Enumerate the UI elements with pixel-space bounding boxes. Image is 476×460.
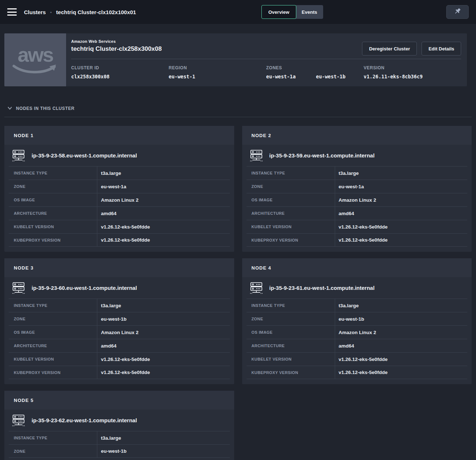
row-value: v1.26.12-eks-5e0fdde: [335, 220, 468, 233]
row-label: OS IMAGE: [9, 326, 97, 339]
table-row: ZONE eu-west-1a: [9, 180, 230, 193]
row-value: t3a.large: [335, 167, 468, 180]
row-label: KUBEPROXY VERSION: [9, 366, 97, 379]
node-card-3: NODE 3 ip-35-: [4, 258, 234, 384]
breadcrumb-separator: •: [50, 9, 52, 15]
table-row: ZONE eu-west-1b: [247, 312, 468, 325]
row-label: KUBEPROXY VERSION: [9, 234, 97, 246]
row-label: ZONE: [9, 180, 97, 193]
node-card-title: NODE 4: [242, 258, 472, 277]
tab-events[interactable]: Events: [296, 5, 324, 19]
table-row: INSTANCE TYPE t3a.large: [247, 166, 468, 180]
row-label: KUBEPROXY VERSION: [247, 366, 335, 379]
row-label: KUBELET VERSION: [247, 353, 335, 366]
node-hostname: ip-35-9-23-61.eu-west-1.compute.internal: [269, 285, 375, 291]
table-row: KUBEPROXY VERSION v1.26.12-eks-5e0fdde: [9, 233, 230, 247]
row-label: ZONE: [9, 312, 97, 325]
nodes-section-title: NODES IN THIS CLUSTER: [16, 106, 74, 111]
empty-grid-cell: [242, 391, 472, 460]
aws-logo-text: aws: [18, 46, 53, 64]
row-value: v1.26.12-eks-5e0fdde: [335, 366, 468, 379]
table-row: OS IMAGE Amazon Linux 2: [247, 325, 468, 339]
node-hostname: ip-35-9-23-59.eu-west-1.compute.internal: [269, 152, 375, 159]
row-label: INSTANCE TYPE: [9, 431, 97, 444]
row-value: t3a.large: [97, 299, 230, 312]
row-label: ZONE: [247, 312, 335, 325]
row-label: KUBEPROXY VERSION: [247, 234, 335, 246]
row-value: v1.26.12-eks-5e0fdde: [97, 366, 230, 379]
node-detail-table: INSTANCE TYPE t3a.large ZONE eu-west-1b …: [9, 299, 230, 379]
row-value: v1.26.12-eks-5e0fdde: [97, 220, 230, 233]
pin-button[interactable]: [446, 5, 469, 19]
field-value: clx258x300x08: [71, 74, 169, 79]
breadcrumb-clusters-link[interactable]: Clusters: [24, 9, 46, 15]
table-row: ZONE eu-west-1b: [9, 312, 230, 325]
field-label: VERSION: [364, 65, 461, 70]
node-detail-table: INSTANCE TYPE t3a.large ZONE eu-west-1a …: [9, 166, 230, 247]
node-card-title: NODE 5: [4, 391, 234, 410]
server-icon: [250, 282, 263, 294]
row-value: eu-west-1a: [97, 180, 230, 193]
zone-value: eu-west-1a: [266, 74, 296, 79]
table-row: KUBELET VERSION v1.26.12-eks-5e0fdde: [9, 352, 230, 366]
cluster-title: techtriq Cluster-clx258x300x08: [71, 45, 162, 53]
row-value: amd64: [335, 339, 468, 352]
cluster-card-main: Amazon Web Services techtriq Cluster-clx…: [66, 33, 467, 86]
table-row: KUBELET VERSION v1.26.12-eks-5e0fdde: [247, 352, 468, 366]
table-row: OS IMAGE Amazon Linux 2: [9, 325, 230, 339]
node-detail-table: INSTANCE TYPE t3a.large ZONE eu-west-1a …: [247, 166, 468, 247]
view-tabs: Overview Events: [261, 5, 323, 19]
node-hostname: ip-35-9-23-60.eu-west-1.compute.internal: [32, 285, 137, 291]
tab-overview[interactable]: Overview: [261, 5, 296, 19]
table-row: KUBEPROXY VERSION v1.26.12-eks-5e0fdde: [247, 233, 468, 247]
node-grid: NODE 1 ip-35-: [4, 126, 472, 460]
row-value: eu-west-1b: [97, 312, 230, 325]
aws-smile-icon: [12, 64, 59, 75]
table-row: ZONE eu-west-1b: [9, 444, 230, 458]
server-icon: [12, 414, 25, 426]
row-label: ARCHITECTURE: [9, 207, 97, 220]
node-card-2: NODE 2 ip-35-: [242, 126, 472, 252]
row-label: INSTANCE TYPE: [247, 299, 335, 312]
row-value: eu-west-1a: [335, 180, 468, 193]
field-value: eu-west-1: [169, 74, 267, 79]
table-row: INSTANCE TYPE t3a.large: [9, 431, 230, 444]
row-value: Amazon Linux 2: [97, 193, 230, 206]
table-row: ARCHITECTURE amd64: [9, 206, 230, 220]
row-label: KUBELET VERSION: [247, 220, 335, 233]
row-value: t3a.large: [97, 431, 230, 444]
aws-logo: aws: [4, 33, 66, 86]
row-value: Amazon Linux 2: [335, 193, 468, 206]
menu-icon[interactable]: [7, 8, 17, 16]
node-card-1: NODE 1 ip-35-: [4, 126, 234, 252]
node-card-title: NODE 2: [242, 126, 472, 145]
row-label: OS IMAGE: [9, 193, 97, 206]
row-value: t3a.large: [97, 167, 230, 180]
node-hostname: ip-35-9-23-62.eu-west-1.compute.internal: [32, 417, 137, 423]
node-detail-table: INSTANCE TYPE t3a.large ZONE eu-west-1b …: [247, 299, 468, 379]
table-row: KUBEPROXY VERSION v1.26.12-eks-5e0fdde: [9, 366, 230, 379]
edit-details-button[interactable]: Edit Details: [422, 42, 461, 56]
pushpin-icon: [453, 7, 462, 17]
row-value: amd64: [97, 207, 230, 220]
node-card-5: NODE 5 ip-35-: [4, 391, 234, 460]
node-card-4: NODE 4 ip-35-: [242, 258, 472, 384]
row-value: amd64: [335, 207, 468, 220]
row-label: KUBELET VERSION: [9, 220, 97, 233]
breadcrumb-current-cluster: techtriq Cluster-clx102x100x01: [56, 9, 136, 15]
table-row: ZONE eu-west-1a: [247, 180, 468, 193]
table-row: INSTANCE TYPE t3a.large: [9, 166, 230, 180]
deregister-cluster-button[interactable]: Deregister Cluster: [362, 42, 417, 56]
row-label: INSTANCE TYPE: [9, 299, 97, 312]
field-version: VERSION v1.26.11-eks-8cb36c9: [364, 65, 461, 79]
row-value: eu-west-1b: [335, 312, 468, 325]
provider-name: Amazon Web Services: [71, 39, 162, 44]
field-label: REGION: [169, 65, 267, 70]
row-value: v1.26.12-eks-5e0fdde: [335, 353, 468, 366]
table-row: KUBELET VERSION v1.26.12-eks-5e0fdde: [9, 220, 230, 233]
row-label: OS IMAGE: [247, 326, 335, 339]
server-icon: [12, 149, 25, 161]
table-row: ARCHITECTURE amd64: [247, 206, 468, 220]
topbar: Clusters • techtriq Cluster-clx102x100x0…: [0, 0, 476, 24]
nodes-section-toggle[interactable]: NODES IN THIS CLUSTER: [7, 105, 476, 112]
